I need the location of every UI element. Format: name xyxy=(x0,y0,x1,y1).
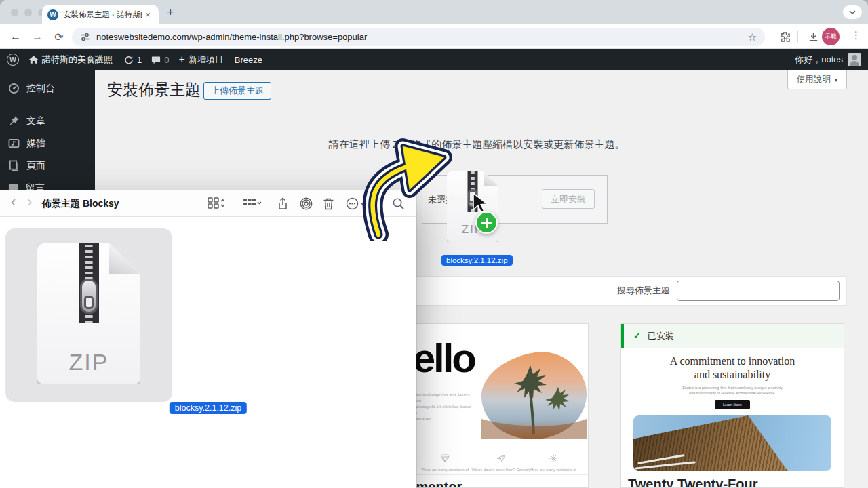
paragraph-line: adipiscing elit. Ut elit tellus, luctus … xyxy=(410,404,475,416)
paragraph-line: dapibus leo. xyxy=(410,416,475,422)
installed-notice: ✓ 已安裝 xyxy=(621,324,844,348)
card-divider xyxy=(401,474,588,475)
site-name: 諾特斯的美食護照 xyxy=(42,54,113,66)
browser-menu-icon[interactable]: ⋮ xyxy=(851,29,861,41)
airdrop-button[interactable] xyxy=(300,197,313,210)
site-settings-icon[interactable] xyxy=(80,32,90,42)
zip-file-icon[interactable]: ZIP xyxy=(37,243,140,384)
finder-forward-icon[interactable]: › xyxy=(27,193,32,211)
new-tab-button[interactable]: + xyxy=(167,5,174,20)
search-label: 搜尋佈景主題 xyxy=(617,285,670,297)
extensions-puzzle-icon[interactable] xyxy=(777,29,792,44)
subtext-line: Études is a pioneering firm that seamles… xyxy=(621,385,844,390)
tt4-preview-building-image xyxy=(633,415,831,471)
browser-tab-strip: W 安裝佈景主題 ‹ 諾特斯的美食護照 × + xyxy=(0,0,868,24)
snowflake-icon xyxy=(518,454,589,464)
page-title: 安裝佈景主題 xyxy=(107,79,201,100)
sidebar-item-media[interactable]: 媒體 xyxy=(0,132,95,155)
folded-corner xyxy=(484,171,498,186)
search-icon[interactable] xyxy=(392,197,405,210)
admin-bar-site-link[interactable]: 諾特斯的美食護照 xyxy=(28,54,113,66)
finder-file-label[interactable]: blocksy.2.1.12.zip xyxy=(170,402,247,414)
tab-title: 安裝佈景主題 ‹ 諾特斯的美食護照 xyxy=(63,9,142,20)
sidebar-separator xyxy=(0,100,95,110)
group-view-button[interactable] xyxy=(243,197,262,209)
wordpress-logo-icon[interactable]: W xyxy=(7,54,19,66)
sidebar-item-label: 媒體 xyxy=(26,138,45,150)
admin-bar-breeze[interactable]: Breeze xyxy=(235,55,262,65)
feature-text: Here are many variations of xyxy=(518,468,589,472)
search-themes-input[interactable] xyxy=(677,281,840,301)
mouse-cursor-icon xyxy=(472,192,490,214)
hello-preview-paragraph: button to change this text. Lorem ipsum … xyxy=(410,392,475,422)
selected-file-highlight[interactable]: ZIP xyxy=(5,228,172,402)
hello-preview-blob-image xyxy=(479,351,589,441)
wp-admin-bar: W 諾特斯的美食護照 1 0 + 新增項目 Breeze 你好，notes xyxy=(0,49,868,70)
account-greeting: 你好，notes xyxy=(795,54,843,66)
finder-back-icon[interactable]: ‹ xyxy=(11,193,16,211)
download-icon[interactable] xyxy=(806,29,821,44)
admin-bar-account[interactable]: 你好，notes xyxy=(795,53,861,66)
learn-more-button: Learn More xyxy=(715,400,750,409)
heading-line: A commitment to innovation xyxy=(621,354,844,368)
more-options-button[interactable] xyxy=(346,197,366,210)
install-now-button[interactable]: 立即安裝 xyxy=(542,189,595,209)
plus-icon: + xyxy=(178,54,184,66)
help-dropdown-button[interactable]: 使用說明 ▾ xyxy=(787,70,847,89)
tab-search-button[interactable] xyxy=(843,5,862,19)
sidebar-item-label: 文章 xyxy=(26,115,45,127)
macos-chrome-window: W 安裝佈景主題 ‹ 諾特斯的美食護照 × + ← → ⟳ noteswebsi… xyxy=(0,0,868,488)
browser-toolbar: ← → ⟳ noteswebsitedemo.com/wp-admin/them… xyxy=(0,24,868,49)
caret-down-icon: ▾ xyxy=(835,77,838,83)
tt4-preview-heading: A commitment to innovation and sustainab… xyxy=(621,354,844,382)
bookmark-star-icon[interactable]: ☆ xyxy=(748,31,757,43)
wordpress-favicon-icon: W xyxy=(47,9,58,20)
sidebar-item-pages[interactable]: 頁面 xyxy=(0,155,95,177)
finder-window-title: 佈景主題 Blocksy xyxy=(42,198,119,210)
sidebar-item-posts[interactable]: 文章 xyxy=(0,110,95,132)
reload-icon[interactable]: ⟳ xyxy=(52,29,66,44)
media-icon xyxy=(8,138,20,149)
toolbar-divider xyxy=(797,30,798,43)
chevron-down-icon xyxy=(849,10,856,14)
finder-file-area[interactable]: ZIP blocksy.2.1.12.zip xyxy=(0,217,416,487)
sidebar-item-label: 控制台 xyxy=(26,83,55,95)
icon-view-button[interactable] xyxy=(208,197,225,209)
theme-card-hello-elementor[interactable]: hello button to change this text. Lorem … xyxy=(400,323,589,488)
hello-feature-column: Here are many variations of xyxy=(518,454,589,472)
upload-instruction-text: 請在這裡上傳 ZIP 格式的佈景主題壓縮檔以安裝或更新佈景主題。 xyxy=(108,138,845,151)
finder-toolbar: ‹ › 佈景主題 Blocksy xyxy=(0,190,416,217)
comments-count: 0 xyxy=(164,55,169,65)
share-button[interactable] xyxy=(277,197,289,210)
sidebar-item-label: 頁面 xyxy=(26,160,45,172)
folded-corner xyxy=(109,243,140,274)
comments-icon xyxy=(151,56,161,64)
close-tab-icon[interactable]: × xyxy=(142,9,153,20)
pages-icon xyxy=(8,160,20,171)
theme-card-twenty-twenty-four[interactable]: ✓ 已安裝 A commitment to innovation and sus… xyxy=(620,323,844,488)
admin-bar-updates[interactable]: 1 xyxy=(123,55,142,65)
zip-extension-text: ZIP xyxy=(37,349,140,375)
admin-bar-comments[interactable]: 0 xyxy=(151,55,169,65)
breeze-label: Breeze xyxy=(235,55,262,65)
updates-count: 1 xyxy=(137,55,142,65)
trash-button[interactable] xyxy=(323,197,334,210)
check-icon: ✓ xyxy=(633,331,641,341)
traffic-light-minimize[interactable] xyxy=(24,9,32,16)
finder-window[interactable]: ‹ › 佈景主題 Blocksy xyxy=(0,190,416,488)
theme-name: Twenty Twenty-Four xyxy=(628,476,757,488)
subtext-line: and functionality to redefine architectu… xyxy=(621,390,844,396)
browser-profile-avatar[interactable]: 示範 xyxy=(822,28,840,45)
pushpin-icon xyxy=(8,115,20,127)
admin-bar-new-item[interactable]: + 新增項目 xyxy=(178,54,223,66)
traffic-light-close[interactable] xyxy=(11,9,18,16)
sidebar-item-dashboard[interactable]: 控制台 xyxy=(0,77,95,100)
browser-tab[interactable]: W 安裝佈景主題 ‹ 諾特斯的美食護照 × xyxy=(42,5,159,24)
forward-icon[interactable]: → xyxy=(30,29,45,44)
back-icon[interactable]: ← xyxy=(8,29,23,44)
address-bar[interactable]: noteswebsitedemo.com/wp-admin/theme-inst… xyxy=(72,28,765,46)
tt4-preview-subtext: Études is a pioneering firm that seamles… xyxy=(621,385,844,396)
dashboard-gauge-icon xyxy=(8,83,20,94)
url-text[interactable]: noteswebsitedemo.com/wp-admin/theme-inst… xyxy=(96,32,367,42)
upload-theme-button[interactable]: 上傳佈景主題 xyxy=(203,82,271,100)
